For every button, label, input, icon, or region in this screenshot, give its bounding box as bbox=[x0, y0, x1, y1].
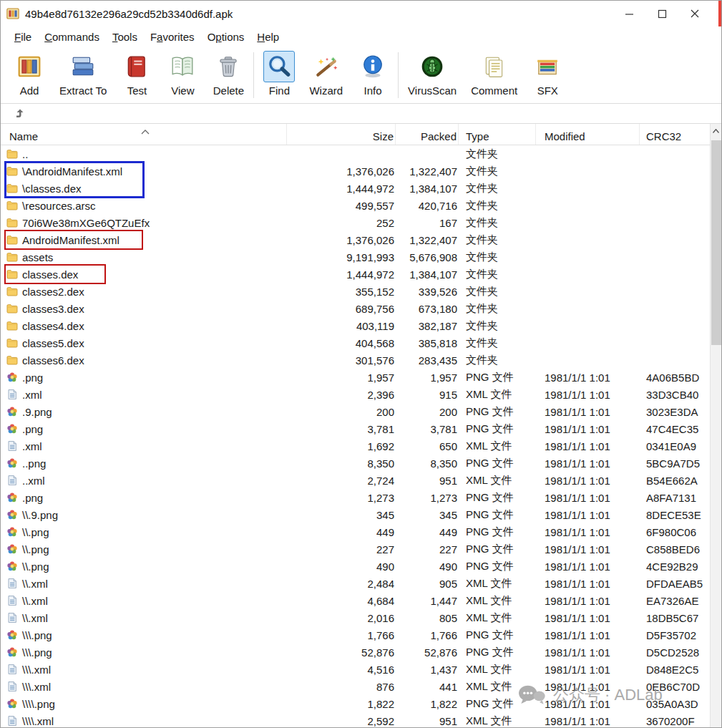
column-header-size[interactable]: Size bbox=[287, 124, 396, 145]
menu-item-help[interactable]: Help bbox=[250, 29, 286, 45]
folder-icon bbox=[6, 183, 18, 194]
scrollbar-thumb[interactable] bbox=[711, 140, 721, 345]
file-name-cell: .. bbox=[1, 148, 287, 160]
toolbar-button-label: Add bbox=[20, 84, 39, 97]
toolbar-button-wizard[interactable]: Wizard bbox=[302, 50, 350, 97]
toolbar-button-add[interactable]: Add bbox=[6, 50, 52, 97]
file-row[interactable]: classes3.dex689,756673,180文件夹 bbox=[1, 300, 711, 317]
file-row[interactable]: \resources.arsc499,557420,716文件夹 bbox=[1, 197, 711, 214]
file-row[interactable]: \\\.png1,7661,766PNG 文件1981/1/1 1:01D5F3… bbox=[1, 626, 711, 644]
file-type: XML 文件 bbox=[459, 577, 536, 591]
file-row[interactable]: \\.xml2,484905XML 文件1981/1/1 1:01DFDAEAB… bbox=[1, 575, 711, 592]
file-crc32: 0341E0A9 bbox=[640, 440, 711, 452]
file-row[interactable]: \\\.png52,87652,876PNG 文件1981/1/1 1:01D5… bbox=[1, 644, 711, 661]
png-icon bbox=[6, 423, 18, 435]
file-size: 4,684 bbox=[287, 595, 396, 607]
column-header-modified[interactable]: Modified bbox=[536, 124, 640, 145]
column-header-crc32[interactable]: CRC32 bbox=[640, 124, 711, 145]
folder-icon bbox=[6, 234, 18, 246]
file-name: classes.dex bbox=[22, 268, 78, 281]
file-row[interactable]: ..文件夹 bbox=[1, 145, 711, 162]
file-row[interactable]: \\.png490490PNG 文件1981/1/1 1:014CE92B29 bbox=[1, 558, 711, 575]
file-name: \\.9.png bbox=[22, 509, 58, 521]
file-name-cell: classes4.dex bbox=[1, 320, 287, 332]
file-type: PNG 文件 bbox=[459, 508, 536, 522]
file-row[interactable]: \\.png227227PNG 文件1981/1/1 1:01C858BED6 bbox=[1, 540, 711, 558]
column-header-label: Type bbox=[466, 130, 489, 142]
file-name: .. bbox=[22, 148, 28, 160]
file-row[interactable]: classes2.dex355,152339,526文件夹 bbox=[1, 283, 711, 300]
minimize-button[interactable] bbox=[613, 1, 645, 26]
toolbar-button-view[interactable]: View bbox=[160, 50, 205, 97]
vertical-scrollbar[interactable] bbox=[710, 124, 721, 727]
file-row[interactable]: .9.png200200PNG 文件1981/1/1 1:013023E3DA bbox=[1, 403, 711, 420]
file-row[interactable]: AndroidManifest.xml1,376,0261,322,407文件夹 bbox=[1, 231, 711, 248]
file-name: \\.png bbox=[22, 560, 49, 573]
file-row[interactable]: .xml2,396915XML 文件1981/1/1 1:0133D3CB40 bbox=[1, 386, 711, 403]
toolbar-button-extract-to[interactable]: Extract To bbox=[52, 50, 114, 97]
file-type: 文件夹 bbox=[459, 165, 536, 178]
file-packed: 1,447 bbox=[396, 595, 459, 607]
file-row[interactable]: classes6.dex301,576283,435文件夹 bbox=[1, 351, 711, 369]
toolbar-button-find[interactable]: Find bbox=[256, 50, 302, 97]
close-button[interactable] bbox=[678, 1, 711, 26]
file-row[interactable]: .png1,9571,957PNG 文件1981/1/1 1:014A06B5B… bbox=[1, 369, 711, 386]
file-name: .png bbox=[22, 423, 43, 435]
file-row[interactable]: \\.xml2,016805XML 文件1981/1/1 1:0118DB5C6… bbox=[1, 609, 711, 626]
file-row[interactable]: \AndroidManifest.xml1,376,0261,322,407文件… bbox=[1, 162, 711, 180]
file-row[interactable]: 70i6We38mXGe6QTZuEfx252167文件夹 bbox=[1, 214, 711, 231]
file-row[interactable]: \\\.xml4,5161,437XML 文件1981/1/1 1:01D848… bbox=[1, 661, 711, 678]
menu-item-options[interactable]: Options bbox=[201, 29, 251, 45]
png-icon bbox=[6, 543, 18, 555]
file-name-cell: \\\.xml bbox=[1, 664, 287, 676]
file-modified: 1981/1/1 1:01 bbox=[536, 715, 640, 727]
file-row[interactable]: classes.dex1,444,9721,384,107文件夹 bbox=[1, 266, 711, 283]
file-packed: 420,716 bbox=[396, 200, 459, 212]
file-row[interactable]: classes4.dex403,119382,187文件夹 bbox=[1, 317, 711, 334]
file-row[interactable]: \\\\.xml2,592951XML 文件1981/1/1 1:0136702… bbox=[1, 712, 711, 728]
png-icon bbox=[6, 646, 18, 658]
file-row[interactable]: \\\\.png1,8221,822PNG 文件1981/1/1 1:01035… bbox=[1, 695, 711, 712]
xml-icon bbox=[6, 475, 18, 486]
file-size: 2,016 bbox=[287, 612, 396, 624]
file-type: PNG 文件 bbox=[459, 560, 536, 573]
toolbar-button-delete[interactable]: Delete bbox=[205, 50, 251, 97]
file-row[interactable]: .png1,2731,273PNG 文件1981/1/1 1:01A8FA713… bbox=[1, 489, 711, 506]
file-name: assets bbox=[22, 251, 53, 263]
column-header-type[interactable]: Type bbox=[459, 124, 536, 145]
file-row[interactable]: \\.9.png345345PNG 文件1981/1/1 1:018DECE53… bbox=[1, 506, 711, 523]
toolbar-button-virusscan[interactable]: VirusScan bbox=[401, 50, 464, 97]
file-row[interactable]: assets9,191,9935,676,908文件夹 bbox=[1, 248, 711, 266]
file-row[interactable]: .png3,7813,781PNG 文件1981/1/1 1:0147C4EC3… bbox=[1, 420, 711, 437]
file-size: 1,766 bbox=[287, 629, 396, 641]
xml-icon bbox=[6, 715, 18, 727]
toolbar-button-label: Comment bbox=[471, 84, 517, 97]
file-name-cell: \\.xml bbox=[1, 612, 287, 624]
file-size: 52,876 bbox=[287, 646, 396, 659]
menu-item-favorites[interactable]: Favorites bbox=[144, 29, 201, 45]
file-row[interactable]: ..xml2,724951XML 文件1981/1/1 1:01B54E662A bbox=[1, 472, 711, 489]
file-size: 876 bbox=[287, 681, 396, 693]
file-row[interactable]: classes5.dex404,568385,818文件夹 bbox=[1, 334, 711, 351]
toolbar-button-comment[interactable]: Comment bbox=[464, 50, 525, 97]
toolbar-button-test[interactable]: Test bbox=[114, 50, 160, 97]
menu-item-tools[interactable]: Tools bbox=[106, 29, 144, 45]
column-header-packed[interactable]: Packed bbox=[396, 124, 459, 145]
toolbar-button-info[interactable]: Info bbox=[350, 50, 396, 97]
file-row[interactable]: \classes.dex1,444,9721,384,107文件夹 bbox=[1, 180, 711, 197]
png-icon bbox=[6, 698, 18, 709]
menu-item-commands[interactable]: Commands bbox=[38, 29, 106, 45]
up-one-level-button[interactable] bbox=[11, 106, 29, 122]
toolbar-button-sfx[interactable]: SFX bbox=[525, 50, 570, 97]
maximize-button[interactable] bbox=[645, 1, 678, 26]
file-row[interactable]: \\.xml4,6841,447XML 文件1981/1/1 1:01EA732… bbox=[1, 592, 711, 609]
file-type: PNG 文件 bbox=[459, 422, 536, 436]
scrollbar-up-button[interactable] bbox=[711, 124, 721, 137]
file-row[interactable]: ..png8,3508,350PNG 文件1981/1/1 1:015BC9A7… bbox=[1, 455, 711, 472]
file-crc32: D848E2C5 bbox=[640, 664, 711, 676]
file-type: 文件夹 bbox=[459, 319, 536, 333]
file-row[interactable]: \\.png449449PNG 文件1981/1/1 1:016F980C06 bbox=[1, 523, 711, 540]
file-row[interactable]: .xml1,692650XML 文件1981/1/1 1:010341E0A9 bbox=[1, 437, 711, 455]
menu-item-file[interactable]: File bbox=[8, 29, 38, 45]
file-row[interactable]: \\\.xml876441XML 文件1981/1/1 1:010EB6C70D bbox=[1, 678, 711, 695]
